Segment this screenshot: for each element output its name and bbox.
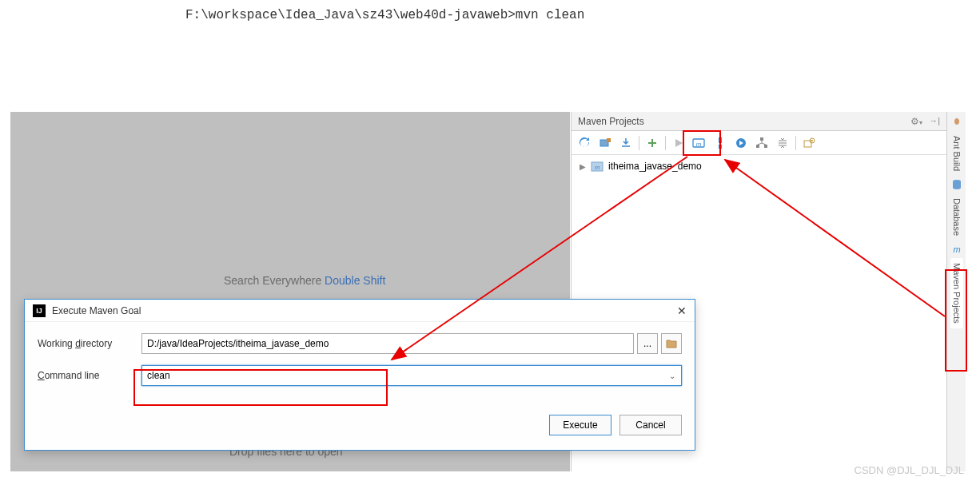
collapse-icon[interactable] <box>773 133 792 153</box>
execute-maven-goal-dialog: IJ Execute Maven Goal ✕ Working director… <box>24 299 695 451</box>
watermark: CSDN @DJL_DJL_DJL <box>855 464 964 476</box>
download-icon[interactable] <box>616 133 635 153</box>
svg-rect-8 <box>756 145 759 148</box>
folder-icon[interactable] <box>661 333 682 354</box>
svg-text:m: m <box>953 244 960 254</box>
search-everywhere-hint: Search Everywhere Double Shift <box>224 274 385 287</box>
gear-icon[interactable]: ⚙▾ <box>910 116 922 127</box>
search-label: Search Everywhere <box>224 274 325 287</box>
execute-button[interactable]: Execute <box>549 415 612 435</box>
skip-tests-icon[interactable] <box>731 133 751 153</box>
right-tool-bar: Ant Build Database m Maven Projects <box>946 112 966 471</box>
command-line-input[interactable] <box>141 365 682 386</box>
add-icon[interactable] <box>643 133 662 153</box>
project-tree-item[interactable]: ▶ m itheima_javase_demo <box>572 155 946 177</box>
run-icon[interactable] <box>669 133 688 153</box>
panel-title-bar: Maven Projects ⚙▾ →| <box>572 112 946 131</box>
reimport-icon[interactable] <box>575 133 594 153</box>
panel-title: Maven Projects <box>578 116 644 127</box>
execute-goal-icon[interactable]: m <box>690 133 709 153</box>
ant-icon <box>951 117 962 128</box>
search-shortcut: Double Shift <box>325 274 385 287</box>
dependencies-icon[interactable] <box>752 133 771 153</box>
cancel-button[interactable]: Cancel <box>619 415 682 435</box>
minimize-icon[interactable]: →| <box>929 116 940 127</box>
terminal-command: F:\workspace\Idea_Java\sz43\web40d-javaw… <box>185 8 584 22</box>
svg-rect-9 <box>764 145 767 148</box>
maven-tab-icon: m <box>951 244 962 255</box>
generate-sources-icon[interactable] <box>596 133 615 153</box>
project-name: itheima_javase_demo <box>608 161 702 172</box>
svg-text:m: m <box>595 164 600 171</box>
browse-button[interactable]: ... <box>637 333 658 354</box>
svg-rect-5 <box>719 145 722 149</box>
database-icon <box>951 179 962 190</box>
toggle-offline-icon[interactable] <box>711 133 730 153</box>
dialog-title: Execute Maven Goal <box>52 305 141 316</box>
svg-rect-1 <box>607 138 611 142</box>
module-icon: m <box>591 160 604 173</box>
working-directory-input[interactable] <box>141 333 634 354</box>
svg-point-12 <box>811 140 813 141</box>
svg-text:m: m <box>696 141 702 148</box>
dialog-title-bar[interactable]: IJ Execute Maven Goal ✕ <box>25 300 695 322</box>
intellij-icon: IJ <box>33 304 46 317</box>
tab-maven-projects[interactable]: Maven Projects <box>950 258 963 328</box>
command-line-label: Command line <box>38 370 141 381</box>
maven-toolbar: m <box>572 131 946 155</box>
expand-arrow-icon[interactable]: ▶ <box>580 162 586 171</box>
svg-rect-4 <box>719 137 722 143</box>
svg-rect-7 <box>760 137 763 141</box>
close-icon[interactable]: ✕ <box>677 304 687 317</box>
tab-ant-build[interactable]: Ant Build <box>950 131 963 176</box>
working-directory-label: Working directory <box>38 338 141 349</box>
tab-database[interactable]: Database <box>950 193 963 240</box>
settings-icon[interactable] <box>799 133 819 153</box>
